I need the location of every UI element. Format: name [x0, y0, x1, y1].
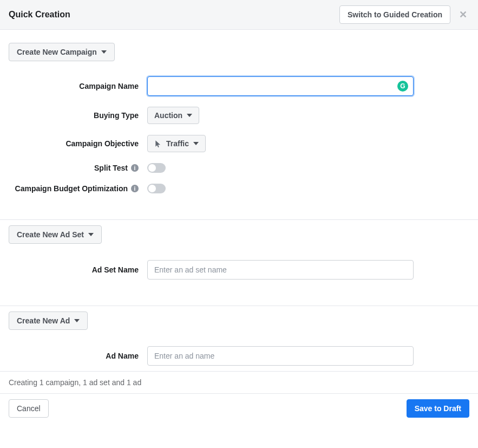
ad-name-label: Ad Name	[9, 352, 147, 360]
split-test-toggle[interactable]	[147, 163, 166, 173]
dialog-header: Quick Creation Switch to Guided Creation…	[0, 0, 478, 30]
cursor-icon	[154, 140, 162, 147]
split-test-label: Split Test i	[9, 164, 147, 172]
campaign-objective-select[interactable]: Traffic	[147, 135, 206, 152]
campaign-objective-label: Campaign Objective	[9, 139, 147, 148]
campaign-name-input[interactable]	[147, 76, 414, 96]
info-icon[interactable]: i	[131, 164, 139, 172]
create-new-ad-button[interactable]: Create New Ad	[9, 311, 88, 330]
create-new-adset-label: Create New Ad Set	[17, 230, 84, 239]
buying-type-label: Buying Type	[9, 111, 147, 120]
create-new-campaign-button[interactable]: Create New Campaign	[9, 43, 115, 61]
caret-down-icon	[193, 142, 199, 145]
buying-type-value: Auction	[154, 111, 182, 120]
caret-down-icon	[187, 114, 192, 117]
campaign-section: Create New Campaign Campaign Name G Buyi…	[9, 37, 469, 193]
cancel-button[interactable]: Cancel	[9, 399, 49, 418]
dialog-footer: Cancel Save to Draft	[0, 394, 478, 426]
header-actions: Switch to Guided Creation ✕	[339, 5, 469, 24]
caret-down-icon	[101, 50, 107, 54]
creation-summary: Creating 1 campaign, 1 ad set and 1 ad	[0, 372, 478, 393]
budget-opt-label: Campaign Budget Optimization i	[9, 184, 147, 193]
ad-section: Create New Ad Ad Name	[9, 306, 469, 366]
info-icon[interactable]: i	[131, 185, 139, 192]
adset-name-input[interactable]	[147, 260, 414, 280]
dialog-title: Quick Creation	[9, 10, 70, 20]
close-icon[interactable]: ✕	[457, 9, 469, 21]
adset-section: Create New Ad Set Ad Set Name	[9, 220, 469, 280]
buying-type-select[interactable]: Auction	[147, 107, 199, 124]
grammarly-icon[interactable]: G	[397, 81, 408, 92]
ad-name-input[interactable]	[147, 346, 414, 366]
create-new-adset-button[interactable]: Create New Ad Set	[9, 225, 102, 244]
adset-name-label: Ad Set Name	[9, 265, 147, 274]
switch-to-guided-button[interactable]: Switch to Guided Creation	[339, 5, 450, 24]
campaign-objective-value: Traffic	[166, 139, 189, 148]
campaign-name-label: Campaign Name	[9, 82, 147, 90]
caret-down-icon	[88, 233, 94, 236]
create-new-ad-label: Create New Ad	[17, 316, 70, 325]
create-new-campaign-label: Create New Campaign	[17, 48, 97, 56]
caret-down-icon	[74, 319, 80, 322]
budget-opt-toggle[interactable]	[147, 184, 166, 193]
save-to-draft-button[interactable]: Save to Draft	[407, 399, 469, 418]
